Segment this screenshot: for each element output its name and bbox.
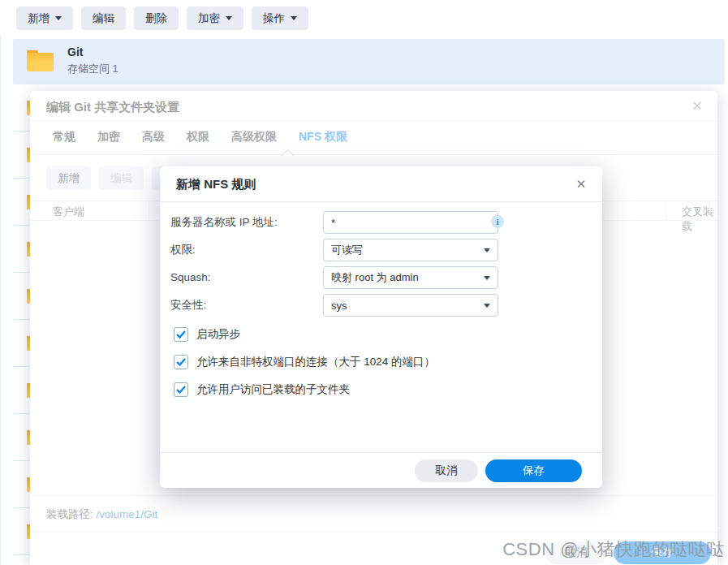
chevron-down-icon bbox=[291, 16, 297, 20]
app-root: 新增 编辑 删除 加密 操作 Git 存储空间 1 编辑 Git 共享文件夹设置… bbox=[0, 0, 728, 565]
action-button[interactable]: 操作 bbox=[252, 6, 308, 30]
chevron-down-icon bbox=[226, 16, 232, 20]
nfs-rule-modal: 新增 NFS 规则 ✕ 服务器名称或 IP 地址: i 权限: 可读写 Squa… bbox=[160, 166, 602, 488]
security-select-value: sys bbox=[331, 300, 347, 312]
shared-folder-row-git[interactable]: Git 存储空间 1 bbox=[13, 39, 725, 84]
action-button-label: 操作 bbox=[263, 11, 285, 26]
security-label: 安全性: bbox=[170, 294, 206, 317]
close-icon[interactable]: ✕ bbox=[573, 176, 589, 192]
checkmark-icon bbox=[176, 358, 186, 366]
info-icon[interactable]: i bbox=[491, 215, 504, 228]
edit-button[interactable]: 编辑 bbox=[81, 6, 126, 30]
folder-name: Git bbox=[67, 45, 83, 58]
chevron-down-icon bbox=[55, 16, 62, 20]
checkmark-icon bbox=[176, 330, 186, 339]
privilege-select-value: 可读写 bbox=[331, 243, 363, 257]
async-checkbox[interactable] bbox=[174, 327, 188, 342]
security-select[interactable]: sys bbox=[323, 294, 498, 317]
left-border bbox=[0, 36, 1, 565]
folder-volume-label: 存储空间 1 bbox=[67, 62, 118, 76]
modal-save-button[interactable]: 保存 bbox=[485, 459, 582, 482]
subfolder-checkbox[interactable] bbox=[174, 382, 188, 397]
server-label: 服务器名称或 IP 地址: bbox=[170, 211, 278, 234]
chevron-down-icon bbox=[484, 248, 490, 252]
folder-icon bbox=[27, 50, 54, 71]
squash-label: Squash: bbox=[170, 266, 211, 289]
checkmark-icon bbox=[176, 386, 186, 394]
add-button-label: 新增 bbox=[28, 11, 50, 26]
modal-title: 新增 NFS 规则 bbox=[176, 177, 256, 192]
privilege-select[interactable]: 可读写 bbox=[323, 239, 498, 261]
nonpriv-checkbox-label: 允许来自非特权端口的连接（大于 1024 的端口） bbox=[196, 355, 435, 369]
squash-select[interactable]: 映射 root 为 admin bbox=[323, 266, 498, 289]
delete-button-label: 删除 bbox=[145, 11, 167, 26]
edit-button-label: 编辑 bbox=[93, 11, 114, 26]
server-input[interactable] bbox=[323, 211, 498, 234]
encrypt-button-label: 加密 bbox=[198, 11, 220, 26]
background-rows bbox=[13, 84, 30, 565]
privilege-label: 权限: bbox=[170, 239, 196, 261]
encrypt-button[interactable]: 加密 bbox=[187, 6, 243, 30]
main-toolbar: 新增 编辑 删除 加密 操作 bbox=[16, 6, 308, 30]
nonpriv-checkbox[interactable] bbox=[174, 355, 188, 369]
divider bbox=[160, 452, 602, 453]
async-check-row: 启动异步 bbox=[174, 327, 240, 342]
chevron-down-icon bbox=[484, 304, 490, 308]
divider bbox=[160, 201, 602, 202]
subfolder-checkbox-label: 允许用户访问已装载的子文件夹 bbox=[196, 382, 350, 397]
chevron-down-icon bbox=[484, 276, 490, 280]
add-button[interactable]: 新增 bbox=[16, 6, 73, 30]
async-checkbox-label: 启动异步 bbox=[196, 327, 240, 342]
delete-button[interactable]: 删除 bbox=[134, 6, 179, 30]
subfolder-check-row: 允许用户访问已装载的子文件夹 bbox=[174, 382, 350, 397]
modal-cancel-button[interactable]: 取消 bbox=[415, 459, 478, 482]
squash-select-value: 映射 root 为 admin bbox=[331, 270, 419, 285]
nonpriv-check-row: 允许来自非特权端口的连接（大于 1024 的端口） bbox=[174, 355, 435, 369]
